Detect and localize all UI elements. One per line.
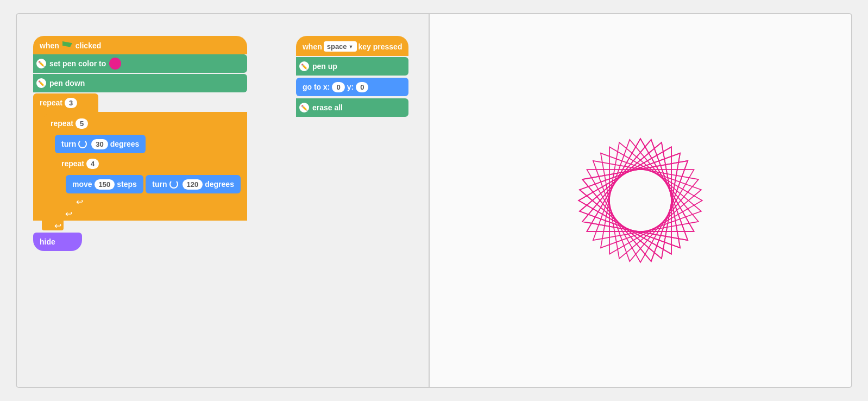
erase-all-block[interactable]: erase all	[296, 98, 409, 117]
turn30-value[interactable]: 30	[91, 139, 108, 149]
goto-xy-block[interactable]: go to x: 0 y: 0	[296, 78, 409, 96]
turn120-value[interactable]: 120	[183, 179, 203, 190]
pattern-canvas	[450, 24, 831, 377]
repeat5-block[interactable]: repeat 5	[44, 114, 115, 133]
pen-icon-2	[36, 78, 46, 88]
repeat4-notch: ↩	[64, 197, 85, 206]
repeat3-value[interactable]: 3	[65, 98, 77, 108]
set-pen-color-label: set pen color to	[49, 59, 106, 68]
repeat5-container: repeat 5 turn 30 degrees	[44, 114, 245, 218]
move-label: move	[72, 180, 92, 189]
turn30-label: turn	[61, 140, 76, 148]
move150-block[interactable]: move 150 steps	[66, 175, 143, 193]
turn-clockwise-icon2	[169, 180, 178, 189]
turn30-block[interactable]: turn 30 degrees	[55, 135, 146, 153]
repeat3-notch: ↩	[42, 221, 64, 230]
y-label: y:	[347, 83, 354, 91]
blocks-area: when clicked set pen color to pen down	[28, 30, 418, 256]
repeat5-value[interactable]: 5	[76, 118, 88, 129]
column1: when clicked set pen color to pen down	[33, 36, 247, 251]
loop-arrow-5: ↩	[65, 209, 72, 219]
repeat3-block[interactable]: repeat 3	[33, 93, 98, 112]
turn120-block[interactable]: turn 120 degrees	[146, 175, 241, 193]
erase-all-label: erase all	[312, 103, 343, 112]
svg-marker-7	[580, 119, 721, 259]
pen-up-label: pen up	[312, 62, 337, 71]
y-value[interactable]: 0	[356, 82, 368, 92]
hide-label: hide	[40, 237, 55, 246]
repeat4-body: move 150 steps turn 120	[55, 173, 243, 197]
go-to-label: go to x:	[303, 83, 330, 91]
set-pen-color-block[interactable]: set pen color to	[33, 54, 247, 73]
repeat4-container: repeat 4 move 150 steps	[55, 154, 243, 206]
repeat4-label: repeat	[61, 159, 84, 168]
loop-arrow-4: ↩	[76, 197, 83, 207]
when-label: when	[40, 41, 59, 50]
pen-color-circle[interactable]	[109, 58, 121, 70]
repeat3-label: repeat	[40, 98, 62, 107]
degrees30-label: degrees	[110, 140, 140, 148]
column2: when space ▼ key pressed pen up go to x:…	[296, 36, 409, 251]
pen-down-label: pen down	[49, 79, 85, 87]
turn-clockwise-icon	[78, 140, 87, 148]
dropdown-arrow: ▼	[349, 44, 354, 49]
move150-value[interactable]: 150	[95, 179, 115, 190]
x-value[interactable]: 0	[332, 82, 344, 92]
pen-up-block[interactable]: pen up	[296, 57, 409, 76]
right-panel	[430, 14, 851, 387]
repeat3-container: repeat 3 repeat 5	[33, 93, 247, 230]
key-pressed-label: key pressed	[358, 42, 402, 51]
when-space-key-block[interactable]: when space ▼ key pressed	[296, 36, 409, 56]
flag-icon	[62, 41, 72, 50]
repeat4-block[interactable]: repeat 4	[55, 154, 125, 173]
left-panel: when clicked set pen color to pen down	[17, 14, 430, 387]
space-dropdown[interactable]: space ▼	[324, 41, 357, 52]
svg-marker-10	[582, 140, 722, 281]
repeat4-value[interactable]: 4	[86, 159, 99, 169]
main-container: when clicked set pen color to pen down	[16, 13, 852, 388]
repeat3-body: repeat 5 turn 30 degrees	[33, 112, 247, 221]
repeat5-label: repeat	[51, 119, 73, 128]
loop-arrow-3: ↩	[54, 221, 61, 231]
repeat5-notch: ↩	[53, 209, 74, 218]
repeat5-body: turn 30 degrees repeat 4	[44, 133, 245, 209]
space-label: space	[327, 42, 347, 51]
when2-label: when	[303, 42, 322, 51]
svg-marker-16	[580, 142, 721, 282]
pen-icon-3	[299, 61, 309, 71]
clicked-label: clicked	[76, 41, 101, 50]
steps-label: steps	[117, 180, 137, 189]
pen-icon-1	[36, 59, 46, 68]
pen-down-block[interactable]: pen down	[33, 74, 247, 92]
turn120-label: turn	[152, 180, 167, 189]
hide-block[interactable]: hide	[33, 233, 82, 251]
pen-icon-4	[299, 103, 309, 112]
degrees120-label: degrees	[205, 180, 234, 189]
when-flag-clicked-block[interactable]: when clicked	[33, 36, 247, 54]
svg-marker-13	[582, 120, 722, 261]
